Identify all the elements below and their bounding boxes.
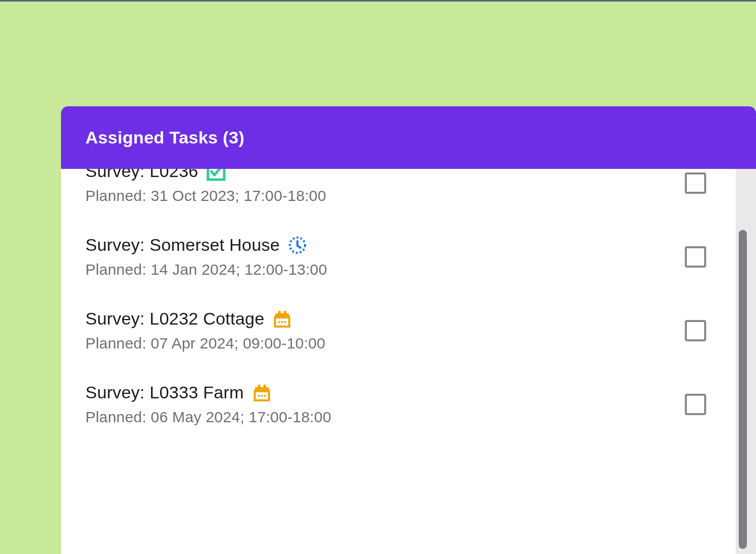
task-row[interactable]: Survey: L0333 Farm: [85, 367, 720, 441]
svg-point-17: [264, 395, 266, 397]
task-list: Survey: L0236 Planned: 31 Oct 2023; 17:0…: [61, 169, 736, 441]
svg-rect-6: [284, 311, 286, 315]
task-content: Survey: Somerset House Planned: 14 Jan 2…: [85, 235, 327, 278]
task-checkbox[interactable]: [685, 172, 706, 194]
task-title-line: Survey: L0232 Cottage: [85, 309, 325, 329]
task-planned-time: Planned: 31 Oct 2023; 17:00-18:00: [85, 187, 326, 205]
task-planned-time: Planned: 07 Apr 2024; 09:00-10:00: [85, 335, 325, 352]
task-title-line: Survey: L0236: [85, 169, 326, 181]
task-title-line: Survey: L0333 Farm: [85, 383, 331, 402]
check-done-icon: [206, 169, 226, 181]
scrollbar-track[interactable]: [736, 169, 756, 554]
task-content: Survey: L0333 Farm: [85, 383, 331, 426]
svg-rect-13: [258, 385, 260, 389]
assigned-tasks-card: Assigned Tasks (3) Survey: L0236: [61, 106, 756, 554]
svg-rect-5: [278, 311, 281, 315]
task-planned-time: Planned: 06 May 2024; 17:00-18:00: [85, 409, 331, 426]
task-planned-time: Planned: 14 Jan 2024; 12:00-13:00: [85, 261, 327, 278]
scrollbar-thumb[interactable]: [739, 230, 747, 549]
task-title: Survey: L0232 Cottage: [85, 309, 264, 329]
svg-point-7: [278, 321, 280, 323]
calendar-scheduled-icon: [252, 383, 271, 402]
svg-point-15: [258, 395, 260, 397]
task-title: Survey: Somerset House: [85, 235, 280, 255]
svg-rect-14: [263, 385, 266, 389]
svg-point-16: [261, 395, 263, 397]
task-content: Survey: L0236 Planned: 31 Oct 2023; 17:0…: [85, 169, 326, 205]
calendar-scheduled-icon: [273, 309, 292, 329]
task-title: Survey: L0236: [85, 169, 198, 181]
task-row[interactable]: Survey: L0236 Planned: 31 Oct 2023; 17:0…: [85, 169, 720, 220]
svg-point-9: [284, 321, 286, 323]
clock-pending-icon: [288, 236, 307, 255]
task-checkbox[interactable]: [685, 394, 706, 415]
task-content: Survey: L0232 Cottage: [85, 309, 325, 352]
task-checkbox[interactable]: [685, 320, 706, 341]
task-title-line: Survey: Somerset House: [85, 235, 327, 255]
task-checkbox[interactable]: [685, 246, 706, 268]
task-title: Survey: L0333 Farm: [85, 383, 244, 402]
svg-point-8: [281, 321, 283, 323]
card-header-title: Assigned Tasks (3): [61, 106, 756, 169]
task-list-scroll-area: Survey: L0236 Planned: 31 Oct 2023; 17:0…: [61, 169, 756, 554]
task-row[interactable]: Survey: Somerset House Planned: 14 Jan 2…: [85, 220, 720, 294]
task-row[interactable]: Survey: L0232 Cottage: [85, 294, 720, 367]
